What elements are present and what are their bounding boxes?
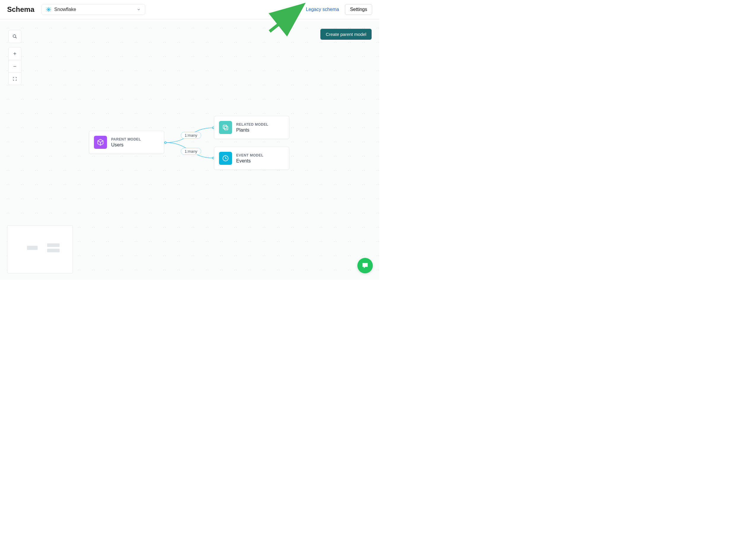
edge-label-related: 1:many	[181, 132, 201, 139]
svg-point-0	[13, 35, 16, 37]
chat-widget[interactable]	[358, 258, 373, 273]
schema-canvas[interactable]: Create parent model 1:many 1:many PARENT…	[0, 21, 379, 280]
search-button[interactable]	[8, 30, 21, 43]
cube-icon	[94, 136, 107, 149]
source-label: Snowflake	[54, 7, 76, 12]
node-type: PARENT MODEL	[111, 137, 141, 141]
fit-view-button[interactable]	[8, 72, 21, 85]
node-type: EVENT MODEL	[236, 153, 263, 157]
snowflake-icon	[46, 7, 51, 12]
page-title: Schema	[7, 5, 34, 14]
node-related-model[interactable]: RELATED MODEL Plants	[214, 116, 289, 139]
chevron-down-icon	[137, 7, 141, 12]
minus-icon	[13, 64, 17, 68]
node-type: RELATED MODEL	[236, 122, 268, 126]
node-name: Users	[111, 142, 141, 148]
header: Schema Snowflake Legacy schema Settings	[0, 0, 379, 19]
minimap[interactable]	[7, 225, 73, 273]
search-icon	[13, 34, 17, 39]
edge-label-event: 1:many	[181, 148, 201, 155]
settings-button[interactable]: Settings	[345, 4, 372, 15]
chat-icon	[361, 262, 369, 269]
svg-rect-6	[224, 126, 228, 130]
plus-icon	[13, 52, 17, 56]
node-name: Events	[236, 158, 263, 164]
node-name: Plants	[236, 127, 268, 133]
expand-icon	[13, 77, 17, 81]
source-select[interactable]: Snowflake	[41, 4, 145, 15]
node-event-model[interactable]: EVENT MODEL Events	[214, 147, 289, 170]
stack-icon	[219, 121, 232, 134]
create-parent-model-button[interactable]: Create parent model	[320, 29, 372, 40]
node-parent-model[interactable]: PARENT MODEL Users	[89, 131, 164, 154]
svg-line-1	[15, 37, 17, 38]
svg-rect-5	[223, 125, 227, 129]
clock-icon	[219, 152, 232, 165]
legacy-schema-link[interactable]: Legacy schema	[306, 7, 339, 12]
zoom-in-button[interactable]	[8, 47, 21, 60]
zoom-out-button[interactable]	[8, 60, 21, 72]
